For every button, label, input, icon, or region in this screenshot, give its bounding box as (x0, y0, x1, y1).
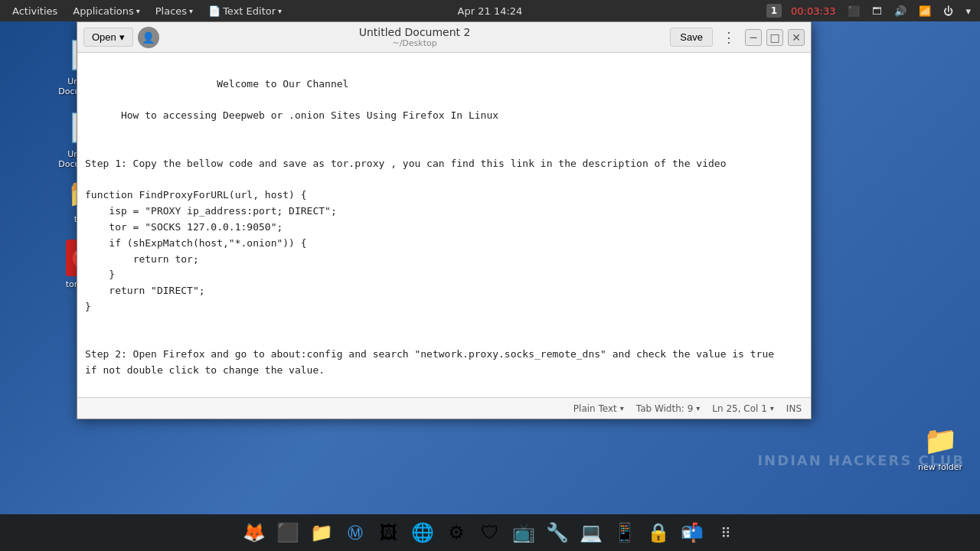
line-code3: tor = "SOCKS 127.0.0.1:9050"; (85, 221, 283, 233)
taskbar-settings-icon[interactable]: ⚙ (441, 517, 472, 548)
timer-display: 00:03:33 (788, 4, 838, 18)
editor-subtitle: ~/Desktop (159, 38, 671, 48)
taskbar-files-icon[interactable]: 📁 (306, 517, 337, 548)
network-icon[interactable]: 📶 (916, 4, 934, 18)
editor-titlebar: Open ▾ 👤 Untitled Document 2 ~/Desktop S… (77, 22, 811, 53)
editor-open-button[interactable]: Open ▾ (83, 28, 133, 47)
taskbar-apps-icon[interactable]: ⠿ (710, 517, 741, 548)
editor-menu-button[interactable]: ⋮ (717, 26, 740, 49)
places-arrow-icon: ▾ (189, 7, 193, 15)
editor-avatar: 👤 (138, 27, 159, 48)
text-editor-window: Open ▾ 👤 Untitled Document 2 ~/Desktop S… (77, 21, 812, 419)
editor-title: Untitled Document 2 (159, 26, 671, 38)
watermark: INDIAN HACKERS CLUB (757, 452, 965, 468)
line-code2: isp = "PROXY ip_address:port; DIRECT"; (85, 205, 337, 217)
text-editor-menu[interactable]: 📄 Text Editor ▾ (202, 4, 288, 18)
line-how-to: How to accessing Deepweb or .onion Sites… (85, 109, 498, 121)
taskbar-terminal-icon[interactable]: ⬛ (273, 517, 303, 548)
editor-statusbar: Plain Text ▾ Tab Width: 9 ▾ Ln 25, Col 1… (77, 397, 811, 419)
editor-save-button[interactable]: Save (670, 28, 713, 47)
taskbar-image-viewer-icon[interactable]: 🖼 (374, 517, 404, 548)
ins-status: INS (786, 403, 802, 414)
plain-text-arrow-icon: ▾ (620, 404, 624, 412)
plain-text-label: Plain Text (573, 403, 617, 414)
taskbar-shield-icon[interactable]: 🛡 (475, 517, 505, 548)
editor-content[interactable]: Welcome to Our Channel How to accessing … (77, 53, 811, 397)
taskbar-lock-icon[interactable]: 🔒 (643, 517, 674, 548)
places-label: Places (155, 5, 187, 17)
desktop: 📄 UntitledDocument 2 📁 shodenAutomate at… (0, 21, 980, 514)
screen-icon[interactable]: ⬛ (844, 4, 863, 18)
taskbar-firefox-icon[interactable]: 🦊 (239, 517, 270, 548)
taskbar-mail-icon[interactable]: Ⓜ (340, 517, 371, 548)
editor-titlebar-right: Save ⋮ ─ □ ✕ (670, 26, 805, 49)
topbar-datetime: Apr 21 14:24 (458, 5, 523, 17)
line-code6: } (85, 269, 115, 280)
open-dropdown-arrow-icon: ▾ (119, 31, 125, 43)
editor-titlebar-center: Untitled Document 2 ~/Desktop (159, 26, 671, 48)
window-close-button[interactable]: ✕ (788, 29, 805, 46)
taskbar-media-icon[interactable]: 📺 (508, 517, 539, 548)
cursor-label: Ln 25, Col 1 (712, 403, 767, 414)
window-maximize-button[interactable]: □ (766, 29, 783, 46)
dropdown-arrow-icon[interactable]: ▾ (962, 4, 974, 18)
line-code5: return tor; (85, 253, 199, 265)
open-label: Open (92, 31, 116, 43)
window-icon[interactable]: 🗔 (869, 4, 885, 18)
line-step2: Step 2: Open Firefox and go to about:con… (85, 348, 774, 376)
taskbar-mobile-icon[interactable]: 📱 (609, 517, 640, 548)
text-editor-name: Text Editor (223, 5, 276, 17)
line-welcome: Welcome to Our Channel (85, 78, 348, 90)
editor-titlebar-left: Open ▾ 👤 (83, 27, 159, 48)
taskbar: 🦊 ⬛ 📁 Ⓜ 🖼 🌐 ⚙ 🛡 📺 🔧 💻 📱 🔒 📬 ⠿ (0, 514, 980, 551)
ins-label: INS (786, 403, 802, 414)
power-icon[interactable]: ⏻ (940, 4, 956, 18)
line-code7: return "DIRECT"; (85, 285, 205, 296)
workspace-indicator[interactable]: 1 (766, 4, 782, 18)
tab-width-arrow-icon: ▾ (696, 404, 700, 412)
applications-arrow-icon: ▾ (136, 7, 140, 15)
line-code1: function FindProxyForURL(url, host) { (85, 189, 307, 201)
taskbar-browser2-icon[interactable]: 🌐 (407, 517, 438, 548)
applications-menu[interactable]: Applications ▾ (67, 4, 145, 18)
line-code8: } (85, 301, 91, 312)
line-step1: Step 1: Copy the bellow code and save as… (85, 158, 726, 169)
topbar-left: Activities Applications ▾ Places ▾ 📄 Tex… (6, 4, 288, 18)
text-editor-label: 📄 (208, 5, 220, 17)
tab-width-status[interactable]: Tab Width: 9 ▾ (636, 403, 701, 414)
topbar-right: 1 00:03:33 ⬛ 🗔 🔊 📶 ⏻ ▾ (766, 4, 974, 18)
places-menu[interactable]: Places ▾ (149, 4, 199, 18)
taskbar-tools-icon[interactable]: 🔧 (542, 517, 573, 548)
cursor-arrow-icon: ▾ (770, 404, 774, 412)
activities-menu[interactable]: Activities (6, 4, 64, 18)
applications-label: Applications (73, 5, 133, 17)
tab-width-label: Tab Width: 9 (636, 403, 693, 414)
taskbar-message-icon[interactable]: 📬 (677, 517, 707, 548)
topbar: Activities Applications ▾ Places ▾ 📄 Tex… (0, 0, 980, 21)
taskbar-system-icon[interactable]: 💻 (576, 517, 606, 548)
window-minimize-button[interactable]: ─ (745, 29, 762, 46)
line-code4: if (shExpMatch(host,"*.onion")) { (85, 237, 307, 249)
cursor-status[interactable]: Ln 25, Col 1 ▾ (712, 403, 774, 414)
text-editor-arrow-icon: ▾ (278, 7, 282, 15)
plain-text-status[interactable]: Plain Text ▾ (573, 403, 624, 414)
volume-icon[interactable]: 🔊 (891, 4, 910, 18)
